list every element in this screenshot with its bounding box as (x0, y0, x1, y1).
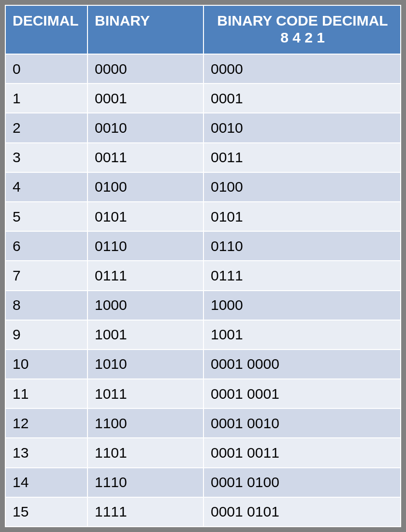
cell-bcd: 1001 (203, 320, 401, 350)
table-row: 701110111 (5, 261, 401, 290)
cell-bcd: 0001 0100 (203, 468, 401, 497)
cell-decimal: 2 (5, 113, 87, 142)
cell-decimal: 4 (5, 172, 87, 202)
table-frame: DECIMAL BINARY BINARY CODE DECIMAL 8 4 2… (0, 0, 406, 532)
cell-binary: 0111 (87, 261, 203, 290)
cell-bcd: 0000 (203, 54, 401, 84)
table-row: 401000100 (5, 172, 401, 202)
table-row: 1511110001 0101 (5, 497, 401, 527)
cell-binary: 0101 (87, 202, 203, 231)
cell-decimal: 3 (5, 143, 87, 172)
cell-bcd: 0011 (203, 143, 401, 172)
cell-binary: 1100 (87, 408, 203, 438)
cell-bcd: 0001 0000 (203, 350, 401, 379)
cell-decimal: 10 (5, 350, 87, 379)
cell-decimal: 9 (5, 320, 87, 350)
bcd-table: DECIMAL BINARY BINARY CODE DECIMAL 8 4 2… (5, 5, 401, 527)
cell-binary: 1101 (87, 438, 203, 467)
cell-decimal: 8 (5, 291, 87, 320)
cell-decimal: 12 (5, 408, 87, 438)
table-row: 300110011 (5, 143, 401, 172)
cell-binary: 1110 (87, 468, 203, 497)
cell-decimal: 14 (5, 468, 87, 497)
cell-binary: 0011 (87, 143, 203, 172)
cell-bcd: 0001 (203, 84, 401, 113)
col-header-bcd-line2: 8 4 2 1 (280, 29, 325, 45)
cell-decimal: 1 (5, 84, 87, 113)
col-header-decimal: DECIMAL (5, 5, 87, 54)
table-row: 810001000 (5, 291, 401, 320)
table-header-row: DECIMAL BINARY BINARY CODE DECIMAL 8 4 2… (5, 5, 401, 54)
cell-binary: 1011 (87, 379, 203, 408)
cell-decimal: 7 (5, 261, 87, 290)
cell-decimal: 0 (5, 54, 87, 84)
cell-bcd: 0101 (203, 202, 401, 231)
table-row: 501010101 (5, 202, 401, 231)
cell-decimal: 11 (5, 379, 87, 408)
cell-binary: 0000 (87, 54, 203, 84)
table-row: 200100010 (5, 113, 401, 142)
cell-binary: 0001 (87, 84, 203, 113)
cell-binary: 1111 (87, 497, 203, 527)
table-row: 1311010001 0011 (5, 438, 401, 467)
cell-decimal: 6 (5, 231, 87, 261)
cell-bcd: 0010 (203, 113, 401, 142)
table-row: 1010100001 0000 (5, 350, 401, 379)
col-header-bcd-line1: BINARY CODE DECIMAL (217, 13, 388, 28)
cell-bcd: 0100 (203, 172, 401, 202)
table-row: 1110110001 0001 (5, 379, 401, 408)
col-header-bcd: BINARY CODE DECIMAL 8 4 2 1 (203, 5, 401, 54)
cell-binary: 0100 (87, 172, 203, 202)
table-row: 000000000 (5, 54, 401, 84)
cell-binary: 1010 (87, 350, 203, 379)
cell-binary: 1000 (87, 291, 203, 320)
cell-decimal: 5 (5, 202, 87, 231)
cell-bcd: 1000 (203, 291, 401, 320)
cell-bcd: 0110 (203, 231, 401, 261)
table-row: 100010001 (5, 84, 401, 113)
table-row: 601100110 (5, 231, 401, 261)
table-row: 1211000001 0010 (5, 408, 401, 438)
cell-bcd: 0001 0101 (203, 497, 401, 527)
cell-bcd: 0001 0010 (203, 408, 401, 438)
cell-bcd: 0111 (203, 261, 401, 290)
cell-bcd: 0001 0001 (203, 379, 401, 408)
table-row: 1411100001 0100 (5, 468, 401, 497)
cell-decimal: 13 (5, 438, 87, 467)
cell-binary: 0010 (87, 113, 203, 142)
cell-binary: 0110 (87, 231, 203, 261)
col-header-binary: BINARY (87, 5, 203, 54)
cell-bcd: 0001 0011 (203, 438, 401, 467)
table-body: 000000000 100010001 200100010 300110011 … (5, 54, 401, 527)
table-row: 910011001 (5, 320, 401, 350)
cell-binary: 1001 (87, 320, 203, 350)
cell-decimal: 15 (5, 497, 87, 527)
